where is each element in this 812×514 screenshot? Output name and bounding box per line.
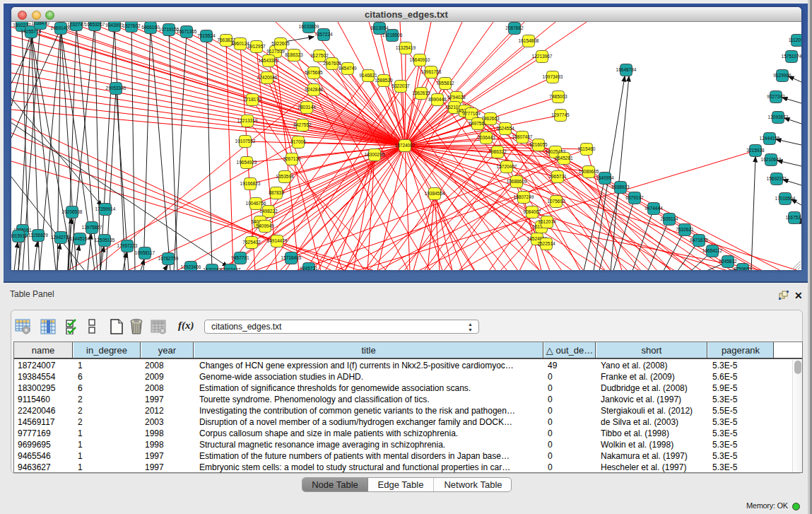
svg-text:16640910: 16640910 (410, 57, 430, 62)
svg-text:1588520: 1588520 (375, 78, 393, 83)
svg-text:12923466: 12923466 (181, 264, 201, 269)
svg-text:12942737: 12942737 (51, 235, 71, 240)
svg-text:1640954: 1640954 (596, 175, 614, 180)
svg-text:10688609: 10688609 (507, 179, 527, 184)
svg-text:18724007: 18724007 (395, 143, 416, 148)
svg-text:6216055: 6216055 (529, 142, 548, 147)
svg-text:1038470: 1038470 (31, 22, 49, 25)
svg-text:8759651: 8759651 (734, 267, 752, 270)
svg-text:19218506: 19218506 (382, 33, 403, 37)
svg-text:1362615: 1362615 (412, 90, 430, 95)
svg-text:7955812: 7955812 (436, 81, 454, 86)
svg-text:5409949: 5409949 (256, 223, 274, 228)
svg-text:9129966: 9129966 (773, 73, 792, 78)
svg-text:17016504: 17016504 (775, 196, 796, 201)
svg-text:1353594: 1353594 (276, 174, 294, 179)
svg-text:7515524: 7515524 (197, 33, 216, 38)
svg-text:19654923: 19654923 (237, 160, 257, 165)
svg-text:7625402: 7625402 (242, 240, 261, 245)
svg-text:8427552: 8427552 (293, 122, 312, 127)
svg-text:16543382: 16543382 (259, 58, 279, 63)
svg-text:12444155: 12444155 (760, 136, 780, 141)
svg-text:15716485: 15716485 (281, 255, 302, 260)
svg-text:9242848: 9242848 (305, 87, 323, 92)
svg-text:19384554: 19384554 (425, 191, 445, 196)
svg-text:2522514: 2522514 (537, 241, 555, 246)
svg-text:10807487: 10807487 (512, 134, 533, 139)
svg-text:5322037: 5322037 (392, 83, 410, 88)
svg-text:8960124: 8960124 (231, 41, 249, 46)
svg-text:8454749: 8454749 (339, 66, 357, 71)
svg-text:1167533: 1167533 (786, 215, 801, 220)
svg-text:9474444: 9474444 (645, 206, 663, 211)
svg-text:917006: 917006 (290, 139, 306, 144)
svg-text:8186323: 8186323 (285, 52, 303, 57)
svg-text:7462663: 7462663 (481, 116, 500, 121)
svg-text:9084067: 9084067 (523, 209, 541, 214)
svg-text:2087682: 2087682 (505, 25, 524, 30)
svg-text:16210643: 16210643 (761, 157, 782, 162)
svg-text:8471676: 8471676 (690, 238, 708, 243)
svg-text:2803144: 2803144 (298, 105, 316, 110)
svg-text:10958117: 10958117 (135, 250, 155, 255)
svg-text:29053346: 29053346 (106, 86, 126, 90)
svg-text:1527602: 1527602 (122, 23, 141, 28)
svg-text:9127502: 9127502 (310, 53, 329, 58)
svg-text:6379197: 6379197 (625, 195, 644, 200)
svg-text:18300295: 18300295 (365, 152, 385, 157)
svg-text:1612074: 1612074 (538, 219, 556, 224)
svg-text:16648784: 16648784 (616, 67, 637, 72)
svg-text:5875685: 5875685 (305, 70, 323, 75)
svg-text:19166823: 19166823 (240, 181, 261, 186)
svg-text:7632621: 7632621 (676, 227, 694, 232)
svg-text:12093872: 12093872 (768, 115, 789, 119)
svg-text:27420046: 27420046 (257, 75, 278, 80)
svg-text:10653267: 10653267 (85, 22, 105, 27)
svg-text:1075692: 1075692 (547, 199, 565, 204)
svg-text:10089605: 10089605 (579, 169, 599, 174)
svg-text:12213319: 12213319 (237, 118, 258, 123)
svg-text:10107552: 10107552 (235, 139, 256, 144)
svg-text:20206538: 20206538 (62, 209, 83, 214)
svg-text:5322605: 5322605 (271, 41, 290, 46)
svg-text:2967608: 2967608 (323, 61, 341, 66)
svg-text:16154808: 16154808 (519, 38, 539, 43)
svg-text:9227342: 9227342 (767, 94, 785, 99)
svg-text:17957223: 17957223 (117, 243, 138, 248)
svg-text:17359914: 17359914 (95, 206, 116, 211)
svg-text:1498222: 1498222 (259, 209, 278, 214)
svg-text:13975867: 13975867 (82, 225, 102, 230)
svg-text:1297745: 1297745 (551, 112, 570, 117)
svg-text:1112093: 1112093 (789, 37, 801, 42)
svg-text:14914479: 14914479 (267, 238, 288, 243)
svg-text:2935114: 2935114 (661, 216, 678, 221)
svg-text:6794028: 6794028 (447, 95, 466, 100)
svg-text:8912957: 8912957 (247, 44, 266, 49)
svg-text:3915911: 3915911 (11, 233, 28, 238)
svg-text:9245812: 9245812 (719, 259, 737, 264)
svg-text:14055714: 14055714 (21, 29, 42, 34)
svg-text:2718170: 2718170 (243, 97, 261, 102)
svg-text:10973493: 10973493 (543, 74, 563, 79)
svg-text:16782759: 16782759 (158, 256, 179, 261)
svg-text:887833: 887833 (269, 190, 284, 195)
svg-text:11325419: 11325419 (396, 45, 416, 50)
svg-text:1965731: 1965731 (548, 174, 567, 179)
svg-text:16671355: 16671355 (177, 29, 197, 34)
svg-text:18807249: 18807249 (514, 194, 534, 199)
svg-text:10961758: 10961758 (421, 69, 442, 74)
svg-text:9245731: 9245731 (300, 266, 318, 270)
svg-text:10654112: 10654112 (702, 248, 723, 253)
svg-text:3624554: 3624554 (496, 126, 514, 131)
svg-text:7986322: 7986322 (488, 149, 507, 154)
svg-text:9115460: 9115460 (578, 146, 596, 151)
svg-text:11445194: 11445194 (70, 236, 90, 241)
svg-text:6466160: 6466160 (141, 25, 160, 30)
svg-text:1032747: 1032747 (67, 22, 86, 27)
svg-text:9343991: 9343991 (105, 23, 124, 28)
svg-text:11156829: 11156829 (28, 233, 48, 238)
svg-text:7485003: 7485003 (549, 94, 567, 99)
svg-text:12505135: 12505135 (95, 238, 115, 243)
svg-text:15692371: 15692371 (767, 176, 787, 181)
svg-text:9777169: 9777169 (462, 111, 481, 116)
